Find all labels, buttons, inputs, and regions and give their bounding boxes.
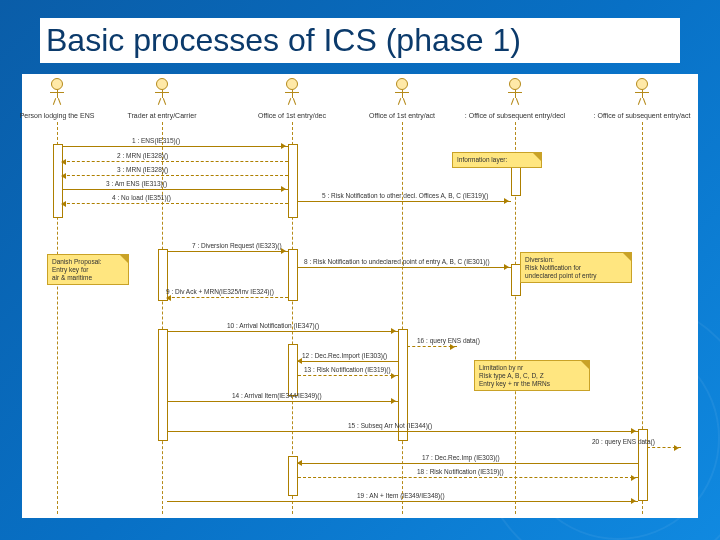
note-info-layer: Information layer: — [452, 152, 542, 168]
msg-7: 7 : Diversion Request (IE323)() — [192, 242, 282, 249]
msg-20: 20 : query ENS data() — [592, 438, 655, 445]
msg-5: 5 : Risk Notification to other decl. Off… — [322, 192, 488, 199]
arrow-9 — [167, 297, 288, 299]
arrow-3 — [62, 175, 288, 177]
arrow-20 — [647, 447, 681, 449]
arrow-5 — [298, 201, 511, 202]
arrow-2 — [62, 161, 288, 163]
arrow-18 — [298, 477, 638, 479]
arrow-14 — [167, 401, 398, 402]
msg-3a: 3 : Am ENS (IE313)() — [106, 180, 167, 187]
msg-17: 17 : Dec.Rec.Imp (IE303)() — [422, 454, 500, 461]
msg-1: 1 : ENS(IE315)() — [132, 137, 180, 144]
msg-13: 13 : Risk Notification (IE319)() — [304, 366, 391, 373]
note-danish-proposal: Danish Proposal: Entry key for air & mar… — [47, 254, 129, 285]
arrow-15 — [167, 431, 638, 432]
msg-4: 4 : No load (IE351)() — [112, 194, 171, 201]
arrow-3a — [62, 189, 288, 190]
note-limitation: Limitation by nr Risk type A, B, C, D, Z… — [474, 360, 590, 391]
msg-10: 10 : Arrival Notification (IE347)() — [227, 322, 319, 329]
page-title: Basic processes of ICS (phase 1) — [40, 18, 680, 63]
activation-a2b — [158, 329, 168, 441]
actor-trader-carrier: Trader at entry/Carrier — [107, 78, 217, 120]
msg-18: 18 : Risk Notification (IE319)() — [417, 468, 504, 475]
msg-12: 12 : Dec.Rec.Import (IE303)() — [302, 352, 387, 359]
activation-a3b — [288, 249, 298, 301]
msg-14: 14 : Arrival Item(IE344/IE349)() — [232, 392, 322, 399]
actor-office-1st-act: Office of 1st entry/act — [347, 78, 457, 120]
arrow-8 — [298, 267, 511, 268]
msg-19: 19 : AN + Item (IE349/IE348)() — [357, 492, 445, 499]
actor-office-sub-decl: : Office of subsequent entry/decl — [460, 78, 570, 120]
arrow-12 — [298, 361, 398, 362]
note-diversion: Diversion: Risk Notification for undecla… — [520, 252, 632, 283]
activation-a3c — [288, 344, 298, 396]
actor-office-sub-act: : Office of subsequent entry/act — [587, 78, 697, 120]
lifeline-a4 — [402, 122, 404, 514]
msg-3: 3 : MRN (IE328)() — [117, 166, 168, 173]
activation-a3a — [288, 144, 298, 218]
arrow-4 — [62, 203, 288, 205]
msg-8: 8 : Risk Notification to undeclared poin… — [304, 258, 490, 265]
msg-2: 2 : MRN (IE328)() — [117, 152, 168, 159]
sequence-diagram: Person lodging the ENS Trader at entry/C… — [22, 74, 698, 518]
arrow-16 — [407, 346, 457, 348]
arrow-19 — [167, 501, 638, 502]
arrow-13 — [298, 375, 398, 377]
arrow-7 — [167, 251, 288, 252]
msg-15: 15 : Subseq Arr Not (IE344)() — [348, 422, 432, 429]
arrow-10 — [167, 331, 398, 332]
arrow-1 — [62, 146, 288, 147]
actor-office-1st-dec: Office of 1st entry/dec — [237, 78, 347, 120]
arrow-17 — [298, 463, 638, 464]
slide: Basic processes of ICS (phase 1) Person … — [0, 0, 720, 540]
msg-16: 16 : query ENS data() — [417, 337, 480, 344]
msg-9: 9 : Div Ack + MRN(IE325/Inv IE324)() — [166, 288, 274, 295]
actor-person-lodging: Person lodging the ENS — [2, 78, 112, 120]
